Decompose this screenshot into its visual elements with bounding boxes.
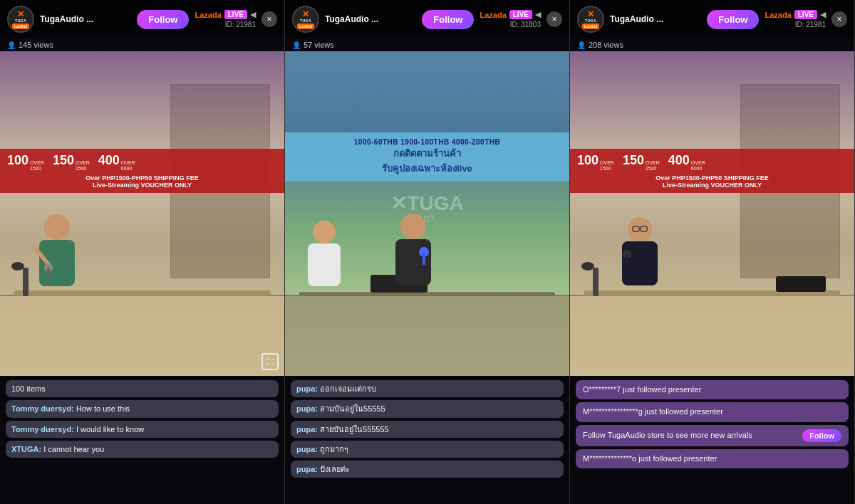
notif-follow-button-3[interactable]: Follow: [802, 429, 841, 442]
mic-head-3: [581, 262, 594, 271]
stream-id-1: ID: 21981: [225, 21, 256, 28]
notif-text-3-3: M**************o just followed presenter: [583, 454, 717, 463]
mixer-3: [776, 276, 826, 292]
notif-text-3-1: M****************g just followed present…: [583, 407, 723, 416]
chat-msg-2-2: pupa: สายบันอยู่ใน555555: [291, 421, 564, 438]
top-blur-3: [570, 51, 854, 165]
live-badge-3: Lazada LIVE ◀ ID: 21981: [765, 10, 826, 28]
svg-point-5: [313, 221, 336, 243]
promo-num-3c: 400: [668, 153, 690, 168]
lazamall-badge-2: LazMall: [297, 23, 314, 29]
chat-msg-2-3: pupa: ถูกมากๆ: [291, 441, 564, 458]
views-count-2: 57 views: [304, 41, 334, 49]
promo-banner-3: 100 OVER1500 150 OVER2500 400 OVER6000 O…: [570, 149, 854, 193]
logo-x-icon: ✕: [17, 10, 24, 19]
close-button-2[interactable]: ×: [546, 11, 562, 27]
logo-tuga-text-2: TUGA: [300, 19, 311, 23]
promo-text-3b: Live-Streaming VOUCHER ONLY: [577, 182, 847, 189]
lazada-text-3: Lazada: [765, 11, 791, 19]
chat-msg-1-1: Tommy duersyd: How to use this: [6, 400, 279, 417]
live-tag-2: LIVE: [509, 10, 532, 19]
svg-point-7: [400, 214, 426, 239]
person-figure-3: [613, 213, 666, 305]
promo-over-3c: OVER6000: [691, 160, 705, 172]
desk-3: [570, 295, 854, 376]
chat-area-2: pupa: ออกเจอมแต่กรบ pupa: สามบันอยู่ใน55…: [285, 376, 569, 504]
chat-text-2-0: ออกเจอมแต่กรบ: [320, 384, 376, 393]
chat-sender-1-2: Tommy duersyd:: [11, 425, 74, 434]
follow-button-2[interactable]: Follow: [422, 10, 474, 29]
promo-num-3a: 100: [577, 153, 598, 168]
notif-msg-3-3: M**************o just followed presenter: [576, 449, 849, 468]
close-button-3[interactable]: ×: [831, 11, 847, 27]
chat-area-1: 100 items Tommy duersyd: How to use this…: [0, 376, 284, 504]
desk-2: [285, 295, 569, 376]
channel-logo-2: ✕ TUGA LazMall: [292, 6, 319, 33]
desk-1: [0, 295, 284, 376]
promo-top-row-2: 1000-60THB 1900-100THB 4000-200THB: [292, 138, 562, 146]
views-icon-2: 👤: [292, 41, 301, 49]
chat-text-2-3: ถูกมากๆ: [320, 445, 348, 453]
video-container-2: 1000-60THB 1900-100THB 4000-200THB กดติด…: [285, 51, 569, 376]
live-badge-2: Lazada LIVE ◀ ID: 31803: [480, 10, 541, 28]
channel-info-2: TugaAudio ...: [325, 14, 416, 24]
views-bar-1: 👤 145 views: [0, 38, 284, 51]
chat-text-1-3: I cannot hear you: [43, 445, 104, 453]
follow-button-3[interactable]: Follow: [707, 10, 759, 29]
lazada-text-2: Lazada: [480, 11, 506, 19]
promo-banner-2: 1000-60THB 1900-100THB 4000-200THB กดติด…: [285, 132, 569, 182]
promo-num-3b: 150: [623, 153, 644, 168]
promo-text-1: Over PHP1500-PHP50 SHIPPING FEE: [7, 174, 277, 182]
stream-header-3: ✕ TUGA LazMall TugaAudio ... Follow Laza…: [570, 0, 854, 38]
channel-info-3: TugaAudio ...: [610, 14, 701, 24]
person-figure-2a: [299, 216, 349, 305]
logo-x-icon-3: ✕: [587, 10, 594, 19]
views-bar-2: 👤 57 views: [285, 38, 569, 51]
channel-name-1: TugaAudio ...: [40, 14, 131, 24]
chat-text-2-4: ปังเลยค่ะ: [320, 465, 350, 473]
views-count-3: 208 views: [589, 41, 623, 49]
svg-rect-10: [423, 252, 425, 265]
chat-sender-2-1: pupa:: [296, 404, 318, 413]
video-container-3: 100 OVER1500 150 OVER2500 400 OVER6000 O…: [570, 51, 854, 376]
stream-header-1: ✕ TUGA LazMall TugaAudio ... Follow Laza…: [0, 0, 284, 38]
logo-x-icon-2: ✕: [302, 10, 309, 19]
follow-button-1[interactable]: Follow: [137, 10, 189, 29]
chat-msg-2-4: pupa: ปังเลยค่ะ: [291, 461, 564, 478]
promo-num-2: 150: [53, 153, 74, 168]
promo-over-2: OVER2500: [76, 160, 90, 172]
svg-point-11: [628, 217, 652, 241]
stream-panel-3: ✕ TUGA LazMall TugaAudio ... Follow Laza…: [570, 0, 855, 504]
svg-rect-16: [626, 254, 628, 263]
live-tag-suffix-3: ◀: [820, 10, 826, 19]
fullscreen-button-1[interactable]: ⛶: [261, 353, 279, 370]
notif-msg-3-2: Follow TugaAudio store to see more new a…: [576, 425, 849, 446]
channel-logo-1: ✕ TUGA LazMall: [7, 6, 34, 33]
live-tag-3: LIVE: [794, 10, 817, 19]
fullscreen-icon-1: ⛶: [266, 358, 274, 366]
channel-name-2: TugaAudio ...: [325, 14, 416, 24]
top-blur-1: [0, 51, 284, 165]
svg-rect-8: [395, 239, 431, 285]
chat-msg-1-3: XTUGA: I cannot hear you: [6, 441, 279, 458]
promo-over-1: OVER1500: [30, 160, 44, 172]
lazamall-badge-3: LazMall: [582, 23, 599, 29]
chat-text-2-1: สามบันอยู่ใน55555: [320, 404, 385, 413]
logo-tuga-text-3: TUGA: [585, 19, 596, 23]
promo-num-1: 100: [7, 153, 28, 168]
promo-over-3: OVER6000: [121, 160, 135, 172]
chat-sender-2-2: pupa:: [296, 425, 318, 434]
live-tag-suffix-1: ◀: [250, 10, 256, 19]
person-figure-1: [28, 209, 86, 305]
lazada-text-1: Lazada: [195, 11, 221, 19]
stream-panel-2: ✕ TUGA LazMall TugaAudio ... Follow Laza…: [285, 0, 570, 504]
chat-msg-2-1: pupa: สามบันอยู่ใน55555: [291, 400, 564, 417]
chat-text-2-2: สายบันอยู่ใน555555: [320, 425, 389, 434]
channel-logo-3: ✕ TUGA LazMall: [577, 6, 604, 33]
close-button-1[interactable]: ×: [261, 11, 277, 27]
promo-banner-1: 100 OVER1500 150 OVER2500 400 OVER6000 O…: [0, 149, 284, 193]
chat-area-3: O*********7 just followed presenter M***…: [570, 376, 854, 504]
views-icon-3: 👤: [577, 41, 586, 49]
chat-msg-1-2: Tommy duersyd: I would like to know: [6, 421, 279, 438]
chat-msg-2-0: pupa: ออกเจอมแต่กรบ: [291, 380, 564, 397]
